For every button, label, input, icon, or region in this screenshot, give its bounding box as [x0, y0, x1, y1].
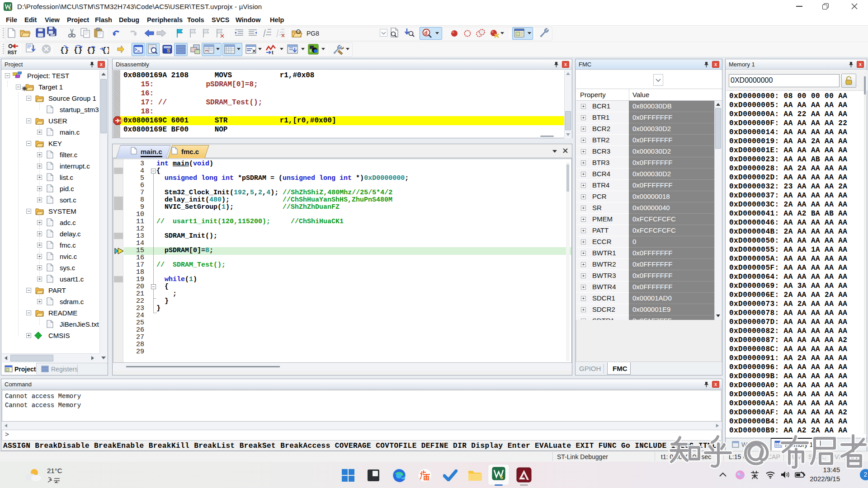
svg-text:d: d: [425, 30, 428, 37]
svg-text:t: t: [272, 50, 274, 55]
svg-text:S: S: [167, 48, 170, 53]
svg-text:5: 5: [9, 7, 11, 10]
svg-text:5: 5: [500, 475, 503, 480]
svg-text:{}: {}: [74, 47, 82, 54]
svg-text:{}: {}: [102, 47, 109, 54]
svg-text:RST: RST: [8, 50, 17, 55]
